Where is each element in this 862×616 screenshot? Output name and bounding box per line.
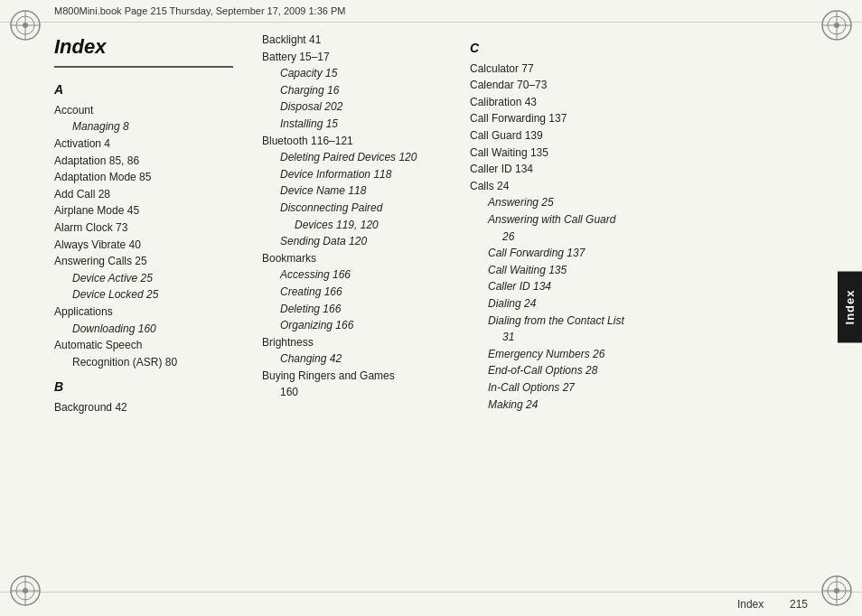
entry-activation: Activation 4 [54,135,253,153]
footer-page-number: 215 [790,598,808,611]
column-c: C Calculator 77 Calendar 70–73 Calibrati… [470,32,687,583]
entry-answering-calls: Answering Calls 25 [54,253,253,270]
entry-end-of-call: End-of-Call Options 28 [470,362,687,379]
entry-caller-id-134-sub: Caller ID 134 [470,278,687,295]
entry-in-call-options: In-Call Options 27 [470,379,687,397]
entry-charging: Charging 16 [262,82,461,99]
entry-calendar: Calendar 70–73 [470,77,687,94]
entry-creating: Creating 166 [262,284,461,301]
entry-call-forwarding-137-sub: Call Forwarding 137 [470,245,687,262]
entry-alarm-clock: Alarm Clock 73 [54,219,253,237]
entry-answering-call-guard: Answering with Call Guard [470,211,687,229]
entry-account: Account [54,102,253,119]
entry-applications: Applications [54,303,253,321]
entry-disconnecting-paired: Disconnecting Paired [262,200,461,217]
entry-battery: Battery 15–17 [262,49,461,66]
footer-right: Index 215 [737,598,808,611]
entry-downloading: Downloading 160 [54,321,253,338]
page: M800Mini.book Page 215 Thursday, Septemb… [0,0,862,616]
entry-airplane-mode: Airplane Mode 45 [54,202,253,219]
entry-adaptation-mode: Adaptation Mode 85 [54,169,253,186]
header-bar: M800Mini.book Page 215 Thursday, Septemb… [0,0,862,23]
entry-installing: Installing 15 [262,116,461,133]
entry-call-waiting-135: Call Waiting 135 [470,145,687,162]
header-text: M800Mini.book Page 215 Thursday, Septemb… [54,5,345,16]
section-c-letter: C [470,39,687,59]
footer-bar: Index 215 [0,592,862,616]
footer-spacer [769,598,784,611]
entry-calculator: Calculator 77 [470,61,687,78]
entry-bookmarks: Bookmarks [262,250,461,267]
entry-answering-25: Answering 25 [470,194,687,211]
entry-calls: Calls 24 [470,178,687,195]
entry-making-24: Making 24 [470,397,687,414]
column-b: Backlight 41 Battery 15–17 Capacity 15 C… [262,32,470,583]
entry-background: Background 42 [54,399,253,416]
entry-brightness: Brightness [262,334,461,351]
entry-deleting-166: Deleting 166 [262,301,461,318]
entry-buying-ringers: Buying Ringers and Games [262,368,461,385]
entry-device-active: Device Active 25 [54,270,253,287]
entry-dialing-contact-list: Dialing from the Contact List [470,313,687,330]
entry-device-locked: Device Locked 25 [54,286,253,303]
main-content: Index A Account Managing 8 Activation 4 … [0,23,862,592]
footer-label: Index [737,598,764,611]
entry-asr: Recognition (ASR) 80 [54,354,253,371]
entry-capacity: Capacity 15 [262,65,461,82]
section-b-letter: B [54,378,253,397]
entry-device-name: Device Name 118 [262,182,461,200]
entry-call-guard: Call Guard 139 [470,127,687,145]
entry-accessing: Accessing 166 [262,266,461,284]
entry-deleting-paired: Deleting Paired Devices 120 [262,149,461,166]
entry-26: 26 [470,229,687,246]
entry-organizing: Organizing 166 [262,317,461,334]
entry-emergency-numbers: Emergency Numbers 26 [470,346,687,363]
entry-changing: Changing 42 [262,350,461,368]
entry-adaptation: Adaptation 85, 86 [54,153,253,170]
entry-160: 160 [262,384,461,401]
entry-device-info: Device Information 118 [262,166,461,183]
column-a: Index A Account Managing 8 Activation 4 … [54,32,262,583]
title-underline [54,66,233,68]
entry-sending-data: Sending Data 120 [262,233,461,250]
index-title: Index [54,32,253,62]
entry-bluetooth: Bluetooth 116–121 [262,133,461,150]
entry-managing: Managing 8 [54,118,253,135]
entry-devices-119: Devices 119, 120 [262,217,461,234]
entry-always-vibrate: Always Vibrate 40 [54,237,253,254]
entry-call-waiting-135-sub: Call Waiting 135 [470,262,687,279]
entry-call-forwarding-137: Call Forwarding 137 [470,110,687,127]
index-tab: Index [838,272,862,343]
entry-automatic-speech: Automatic Speech [54,337,253,354]
entry-dialing-24: Dialing 24 [470,295,687,313]
entry-31: 31 [470,329,687,346]
entry-add-call: Add Call 28 [54,186,253,203]
entry-backlight: Backlight 41 [262,32,461,49]
entry-calibration: Calibration 43 [470,94,687,111]
section-a-letter: A [54,80,253,100]
entry-caller-id-134: Caller ID 134 [470,161,687,178]
entry-disposal: Disposal 202 [262,98,461,116]
